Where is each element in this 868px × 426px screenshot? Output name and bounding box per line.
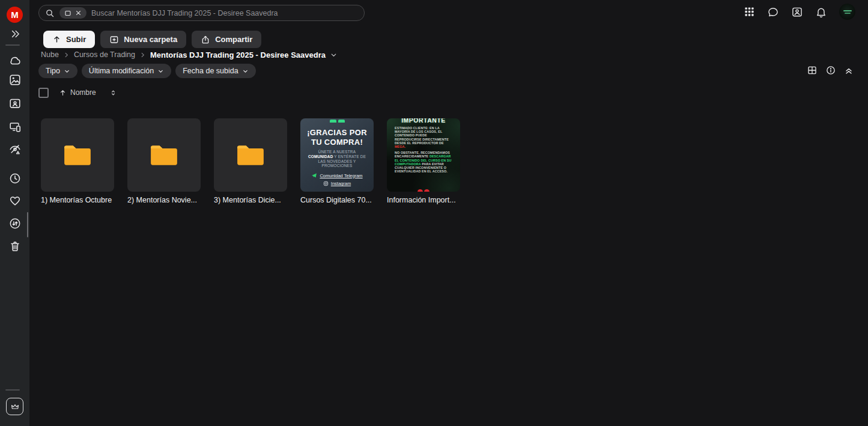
upgrade-pro-icon[interactable] [6,398,23,415]
sidebar-scrollbar[interactable] [27,212,28,237]
grid-item-folder[interactable]: 1) Mentorías Octubre [41,118,114,204]
folder-tile[interactable] [214,118,287,192]
list-header: Nombre [38,87,117,99]
new-folder-label: Nueva carpeta [124,35,177,44]
search-input[interactable] [91,9,358,17]
main-area: Subir Nueva carpeta Compartir Nube Curso… [29,0,868,426]
user-avatar[interactable] [839,4,855,20]
folder-tile[interactable] [41,118,114,192]
thumbnail-paragraph: ESTIMADO CLIENTE: EN LA MAYORÍA DE LOS C… [387,126,460,148]
breadcrumb: Nube Cursos de Trading Mentorías DJJ Tra… [41,50,338,59]
expand-sidebar-icon[interactable] [8,26,22,41]
chevron-right-icon [63,52,70,58]
breadcrumb-current-folder[interactable]: Mentorías DJJ Trading 2025 - Desiree Saa… [150,50,326,59]
topbar-actions [744,4,855,20]
search-scope-chip[interactable] [59,7,86,19]
new-folder-button[interactable]: Nueva carpeta [100,31,186,48]
chevron-down-icon [242,68,249,75]
photos-icon[interactable] [8,73,22,87]
thumbnail-title: ¡GRACIAS POR TU COMPRA! [300,128,374,147]
filter-upload-date[interactable]: Fecha de subida [175,64,255,78]
folder-icon [235,142,266,168]
chevron-right-icon [139,52,146,58]
devices-icon[interactable] [8,120,22,134]
filter-type-label: Tipo [46,67,60,75]
file-grid: 1) Mentorías Octubre 2) Mentorías Novie.… [41,118,460,204]
sort-toggle-icon[interactable] [109,89,117,97]
instagram-link-text: Instagram [300,181,374,186]
name-column-header[interactable]: Nombre [70,88,96,97]
sidebar-bottom-divider [5,389,20,391]
favourites-icon[interactable] [8,193,22,208]
folder-icon [149,142,179,168]
filter-upload-date-label: Fecha de subida [183,67,238,75]
share-button[interactable]: Compartir [192,31,261,48]
sidebar-divider [5,44,20,46]
item-name: 2) Mentorías Novie... [127,196,201,204]
grid-item-file[interactable]: IMPORTANTE ESTIMADO CLIENTE: EN LA MAYOR… [387,118,460,204]
contacts-icon[interactable] [791,6,803,18]
upload-arrow-icon [52,35,61,44]
instagram-icon [323,181,329,186]
folder-plus-icon [109,35,119,44]
thumbnail-logo-fragment [417,189,429,192]
folder-tile[interactable] [127,118,201,192]
notifications-bell-icon[interactable] [815,6,827,18]
collapse-icon[interactable] [844,65,854,75]
upload-button[interactable]: Subir [43,31,95,48]
grid-item-folder[interactable]: 3) Mentorías Dicie... [214,118,287,204]
upload-label: Subir [66,35,86,44]
thumbnail-paragraph: NO OBSTANTE, RECOMENDAMOS ENCARECIDAMENT… [387,151,460,173]
info-icon[interactable] [825,65,836,76]
chat-icon[interactable] [767,6,779,18]
share-icon [201,35,210,44]
filter-row: Tipo Última modificación Fecha de subida [38,64,256,78]
breadcrumb-cloud[interactable]: Nube [41,50,59,59]
filter-last-modified-label: Última modificación [89,67,154,75]
telegram-icon [311,172,317,178]
select-all-checkbox[interactable] [38,88,49,98]
folder-scope-icon [64,10,71,17]
cloud-drive-icon[interactable] [8,53,22,68]
folder-icon [62,142,93,168]
thumbnail-logo-fragment [300,118,374,123]
recents-icon[interactable] [8,171,22,186]
view-controls [807,65,854,76]
thumbnail-subtitle: ÚNETE A NUESTRA COMUNIDAD Y ENTÉRATE DE … [300,150,374,168]
thumbnail-title: IMPORTANTE [387,118,460,124]
chevron-down-icon [64,68,70,75]
item-name: 1) Mentorías Octubre [41,196,114,204]
item-name: Información Import... [387,196,460,204]
filter-last-modified[interactable]: Última modificación [82,64,171,78]
trash-icon[interactable] [8,239,22,254]
filter-type[interactable]: Tipo [38,64,77,78]
chevron-down-icon[interactable] [330,51,338,59]
shared-folders-icon[interactable] [8,96,22,111]
transfers-icon[interactable] [8,216,22,231]
item-name: Cursos Digitales 70... [300,196,374,204]
hidden-items-icon[interactable] [8,142,22,157]
grid-item-file[interactable]: ¡GRACIAS POR TU COMPRA! ÚNETE A NUESTRA … [300,118,374,204]
apps-grid-icon[interactable] [744,6,755,17]
grid-view-icon[interactable] [807,65,818,76]
file-thumbnail[interactable]: ¡GRACIAS POR TU COMPRA! ÚNETE A NUESTRA … [300,118,374,192]
item-name: 3) Mentorías Dicie... [214,196,287,204]
search-bar[interactable] [38,5,365,21]
telegram-link-text: Comunidad Telegram [300,172,374,178]
clear-scope-icon[interactable] [75,10,82,16]
chevron-down-icon [157,68,164,75]
sidebar: M [0,0,29,426]
search-icon [45,8,55,18]
breadcrumb-parent-folder[interactable]: Cursos de Trading [74,50,135,59]
grid-item-folder[interactable]: 2) Mentorías Novie... [127,118,201,204]
action-toolbar: Subir Nueva carpeta Compartir [43,31,261,48]
share-label: Compartir [215,35,252,44]
mega-logo[interactable]: M [7,7,23,23]
mega-logo-letter: M [11,10,19,20]
file-thumbnail[interactable]: IMPORTANTE ESTIMADO CLIENTE: EN LA MAYOR… [387,118,460,192]
sort-direction-arrow-icon [59,89,67,97]
